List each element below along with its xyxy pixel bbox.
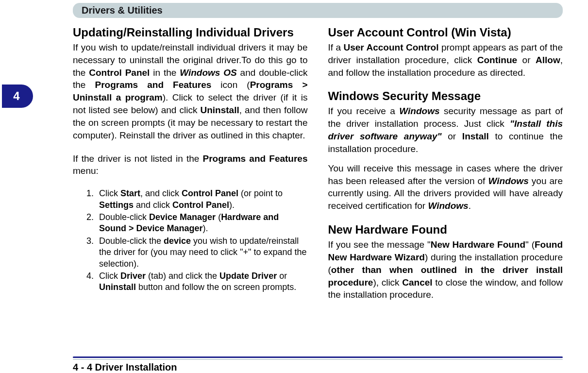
- footer-divider-1: [73, 356, 563, 358]
- right-paragraph-3: You will receive this message in cases w…: [328, 162, 563, 212]
- content-columns: Updating/Reinstalling Individual Drivers…: [73, 26, 563, 349]
- list-item: Click Driver (tab) and click the Update …: [96, 271, 308, 293]
- right-heading-1: User Account Control (Win Vista): [328, 26, 563, 39]
- chapter-number: 4: [13, 89, 19, 103]
- page: Drivers & Utilities 4 Updating/Reinstall…: [0, 3, 588, 373]
- list-item: Double-click the device you wish to upda…: [96, 236, 308, 270]
- right-column: User Account Control (Win Vista) If a Us…: [328, 26, 563, 349]
- right-heading-2: Windows Security Message: [328, 89, 563, 103]
- right-paragraph-2: If you receive a Windows security messag…: [328, 105, 563, 155]
- left-paragraph-2: If the driver is not listed in the Progr…: [73, 153, 308, 178]
- right-paragraph-4: If you see the message "New Hardware Fou…: [328, 238, 563, 301]
- right-heading-3: New Hardware Found: [328, 223, 563, 237]
- left-paragraph-1: If you wish to update/reinstall individu…: [73, 41, 308, 142]
- header-title: Drivers & Utilities: [82, 5, 163, 16]
- header-bar: Drivers & Utilities: [73, 3, 563, 18]
- list-item: Double-click Device Manager (Hardware an…: [96, 212, 308, 235]
- footer: 4 - 4 Driver Installation: [73, 356, 563, 373]
- footer-divider-2: [73, 359, 563, 360]
- list-item: Click Start, and click Control Panel (or…: [96, 188, 308, 211]
- left-heading-1: Updating/Reinstalling Individual Drivers: [73, 26, 308, 39]
- steps-list: Click Start, and click Control Panel (or…: [96, 188, 308, 293]
- left-column: Updating/Reinstalling Individual Drivers…: [73, 26, 308, 349]
- right-paragraph-1: If a User Account Control prompt appears…: [328, 41, 563, 79]
- chapter-tab: 4: [2, 85, 33, 108]
- footer-text: 4 - 4 Driver Installation: [73, 362, 563, 373]
